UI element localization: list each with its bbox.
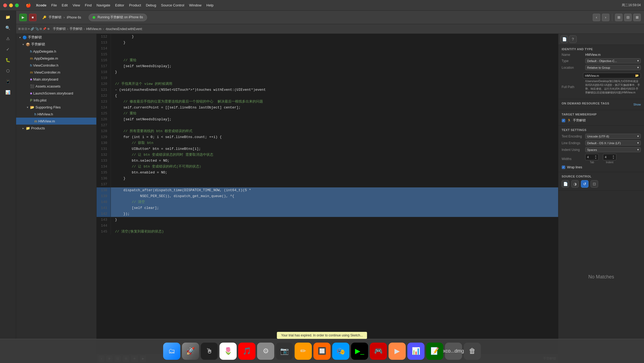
code-line-content[interactable]: // 所有需要画线的 btn 都变成错误的样式 — [111, 128, 558, 134]
menu-edit[interactable]: Edit — [62, 3, 68, 7]
menu-product[interactable]: Product — [129, 3, 141, 7]
bc-file[interactable]: HMView.m — [86, 27, 101, 31]
dock-item-8[interactable]: 🔲 — [313, 343, 331, 360]
code-line-content[interactable]: // 让 btn 变成错误状态的同时 需要取消选中状态 — [111, 152, 558, 158]
report-icon[interactable]: 📊 — [3, 88, 13, 97]
warning-icon[interactable]: ⚠ — [3, 34, 13, 43]
sc-diff-icon[interactable]: ◑ — [571, 180, 579, 188]
dock-item-15[interactable]: xco...dmg — [445, 343, 462, 360]
tree-viewcontroller-h[interactable]: h ViewController.h — [16, 62, 96, 69]
breakpoint-icon[interactable]: ⬡ — [3, 67, 13, 75]
code-line-content[interactable]: // 修改最后手指的位置为需要连线的最后一个按钮的中心 解决最后一根线多出来的问… — [111, 99, 558, 105]
sc-add-icon[interactable]: 📄 — [562, 180, 569, 188]
menu-debug[interactable]: Debug — [146, 3, 156, 7]
tree-subproject[interactable]: ▾ 📦 手势解锁 — [16, 41, 96, 48]
tree-main-storyboard[interactable]: ■ Main.storyboard — [16, 76, 96, 83]
menu-window[interactable]: Window — [189, 3, 202, 7]
dock-item-9[interactable]: 🎭 — [332, 343, 349, 360]
layout-btn-2[interactable]: ⊟ — [624, 14, 632, 21]
encoding-dropdown[interactable]: Unicode (UTF-8) ▾ — [585, 134, 641, 139]
tree-hmview-h[interactable]: h HMView.h — [16, 111, 96, 118]
dock-mouse[interactable]: 🖱 — [201, 343, 218, 360]
code-line-content[interactable]: } — [111, 69, 558, 75]
tree-hmview-m[interactable]: m HMView.m — [16, 118, 96, 125]
nav-back-button[interactable]: ‹ — [593, 14, 600, 21]
code-line-content[interactable]: for (int i = 0; i < self.lineBtns.count;… — [111, 134, 558, 140]
debug-icon[interactable]: 🐛 — [3, 56, 13, 64]
code-line-content[interactable]: // 清空 — [111, 199, 558, 205]
code-line-content[interactable] — [111, 46, 558, 52]
code-line-content[interactable]: btn.enabled = NO; — [111, 170, 558, 176]
menu-xcode[interactable]: Xcode — [36, 3, 46, 7]
close-button[interactable] — [3, 3, 7, 7]
menu-editor[interactable]: Editor — [115, 3, 124, 7]
bc-group[interactable]: 手势解锁 — [69, 27, 82, 31]
code-line-content[interactable]: [self setNeedsDisplay]; — [111, 63, 558, 69]
bc-method[interactable]: -touchesEnded:withEvent: — [105, 27, 142, 31]
code-line-content[interactable]: // 清空(恢复到最初始的状态) — [111, 229, 558, 235]
code-line-content[interactable] — [111, 182, 558, 187]
menu-source-control[interactable]: Source Control — [161, 3, 184, 7]
layout-btn-3[interactable]: ⊠ — [633, 14, 641, 21]
dock-sketch[interactable]: ✏ — [295, 343, 312, 360]
code-line-content[interactable]: - (void)touchesEnded:(NSSet<UITouch*>*)t… — [111, 87, 558, 93]
dock-settings[interactable]: ⚙ — [257, 343, 274, 360]
sc-refresh-icon[interactable]: ↺ — [581, 180, 588, 188]
run-button[interactable]: ▶ — [19, 14, 27, 21]
code-editor[interactable]: 112 }113 }114115116 // 重绘117 [self setNe… — [97, 34, 558, 363]
menu-help[interactable]: Help — [206, 3, 214, 7]
target-checkbox[interactable]: ✓ — [562, 119, 565, 122]
menu-file[interactable]: File — [51, 3, 57, 7]
dock-terminal[interactable]: ▶_ — [351, 343, 368, 360]
minimize-button[interactable] — [9, 3, 13, 7]
tree-appdelegate-h[interactable]: h AppDelegate.h — [16, 48, 96, 55]
tab-spinbox-arrows[interactable]: ▲▼ — [595, 155, 597, 159]
tree-products[interactable]: ▸ 📁 Products — [16, 125, 96, 132]
tree-appdelegate-m[interactable]: m AppDelegate.m — [16, 55, 96, 62]
code-line-content[interactable]: } — [111, 34, 558, 40]
folder-icon[interactable]: 📁 — [3, 13, 13, 21]
code-line-content[interactable]: dispatch_after(dispatch_time(DISPATCH_TI… — [111, 187, 558, 193]
indent-spinbox-arrows[interactable]: ▲▼ — [612, 155, 614, 159]
dock-camera[interactable]: 📷 — [276, 343, 293, 360]
code-line-content[interactable]: }); — [111, 211, 558, 217]
code-line-content[interactable] — [111, 52, 558, 57]
sc-branch-icon[interactable]: ⊡ — [591, 180, 598, 188]
code-line-content[interactable]: btn.selected = NO; — [111, 158, 558, 164]
code-line-content[interactable]: // 重绘 — [111, 57, 558, 63]
tab-spinbox[interactable]: 4 ▲▼ — [585, 154, 599, 160]
menu-view[interactable]: View — [72, 3, 80, 7]
tree-root[interactable]: ▾ 🔵 手势解锁 — [16, 34, 96, 41]
layout-btn-1[interactable]: ⊞ — [615, 14, 623, 21]
test-icon[interactable]: ✓ — [3, 45, 13, 54]
code-line-content[interactable]: // 手指离开这个 view 的时候调用 — [111, 81, 558, 87]
type-dropdown[interactable]: Default - Objective-C... ▾ — [585, 58, 641, 63]
code-line-content[interactable]: } — [111, 217, 558, 223]
indent-spinbox[interactable]: 4 ▲▼ — [603, 154, 616, 160]
tree-assets[interactable]: ⬛ Assets.xcassets — [16, 83, 96, 90]
code-line-content[interactable]: { — [111, 93, 558, 99]
apple-menu[interactable]: 🍎 — [26, 3, 31, 8]
indent-dropdown[interactable]: Spaces ▾ — [585, 147, 641, 152]
dock-photos[interactable]: 🌷 — [219, 343, 237, 360]
tree-launchscreen[interactable]: ■ LaunchScreen.storyboard — [16, 90, 96, 97]
dock-finder[interactable]: 🗂 — [163, 343, 180, 360]
stop-button[interactable]: ■ — [29, 14, 36, 21]
tree-info-plist[interactable]: P Info.plist — [16, 97, 96, 104]
dock-launchpad[interactable]: 🚀 — [182, 343, 199, 360]
code-line-content[interactable] — [111, 223, 558, 229]
panel-help-icon[interactable]: ? — [569, 35, 577, 43]
line-endings-dropdown[interactable]: Default - OS X / Unix (LF) ▾ — [585, 140, 641, 146]
code-line-content[interactable]: // 重绘 — [111, 111, 558, 117]
dock-item-12[interactable]: ▶ — [389, 343, 406, 360]
path-edit-icon[interactable]: 📂 — [635, 74, 639, 77]
dock-music[interactable]: 🎵 — [238, 343, 255, 360]
device-icon[interactable]: 📱 — [3, 77, 13, 86]
location-dropdown[interactable]: Relative to Group ▾ — [585, 65, 641, 70]
nav-forward-button[interactable]: › — [602, 14, 609, 21]
show-button[interactable]: Show — [633, 103, 641, 106]
code-line-content[interactable]: } — [111, 40, 558, 46]
code-line-content[interactable] — [111, 75, 558, 81]
code-line-content[interactable]: self.currentPoint = [[self.lineBtns last… — [111, 105, 558, 111]
panel-file-icon[interactable]: 📄 — [561, 35, 568, 43]
